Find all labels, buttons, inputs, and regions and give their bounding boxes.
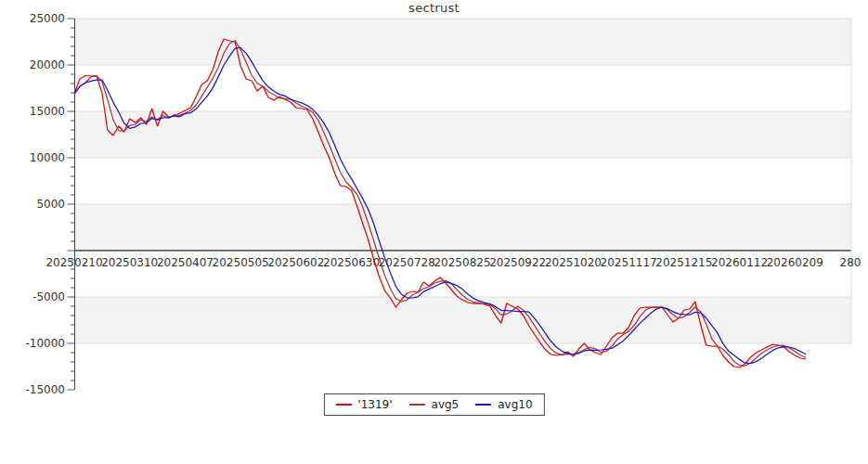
svg-text:20250922: 20250922 [489, 256, 546, 269]
legend-label-1319: '1319' [357, 398, 392, 411]
svg-text:15000: 15000 [30, 105, 65, 118]
gridlines [74, 19, 851, 343]
y-axis-ticks [68, 19, 75, 390]
chart-window: sectrust 250002000015000100005000-5000-1… [0, 0, 868, 464]
x-tick-labels: 2025021020250310202504072025050520250602… [45, 256, 861, 269]
svg-text:280: 280 [840, 256, 862, 269]
svg-text:20260112: 20260112 [711, 256, 768, 269]
svg-text:-15000: -15000 [25, 383, 65, 396]
svg-text:20250825: 20250825 [434, 256, 490, 269]
legend-item-avg5: avg5 [409, 398, 460, 411]
svg-text:-5000: -5000 [32, 290, 65, 303]
svg-text:20250210: 20250210 [45, 256, 102, 269]
svg-text:5000: 5000 [36, 198, 65, 211]
legend-item-1319: '1319' [335, 398, 392, 411]
legend-label-avg5: avg5 [432, 398, 460, 411]
y-tick-labels: 250002000015000100005000-5000-10000-1500… [25, 12, 65, 396]
legend-label-avg10: avg10 [498, 398, 532, 411]
legend-swatch-1319 [335, 404, 351, 406]
plot-bands [74, 19, 851, 343]
svg-text:20250407: 20250407 [157, 256, 214, 269]
svg-text:20251117: 20251117 [601, 256, 657, 269]
legend-swatch-avg5 [409, 404, 425, 406]
svg-text:20000: 20000 [30, 58, 65, 71]
legend-swatch-avg10 [475, 404, 491, 406]
svg-text:25000: 25000 [30, 12, 65, 25]
svg-text:20250505: 20250505 [213, 256, 269, 269]
svg-text:10000: 10000 [30, 151, 65, 164]
svg-text:20251020: 20251020 [545, 256, 602, 269]
chart-legend: '1319' avg5 avg10 [323, 393, 544, 416]
legend-item-avg10: avg10 [475, 398, 532, 411]
svg-text:20250310: 20250310 [101, 256, 158, 269]
svg-text:-10000: -10000 [25, 337, 65, 350]
svg-text:20250602: 20250602 [267, 256, 324, 269]
svg-text:20251215: 20251215 [655, 256, 712, 269]
svg-text:20250630: 20250630 [323, 256, 380, 269]
svg-text:20260209: 20260209 [767, 256, 823, 269]
